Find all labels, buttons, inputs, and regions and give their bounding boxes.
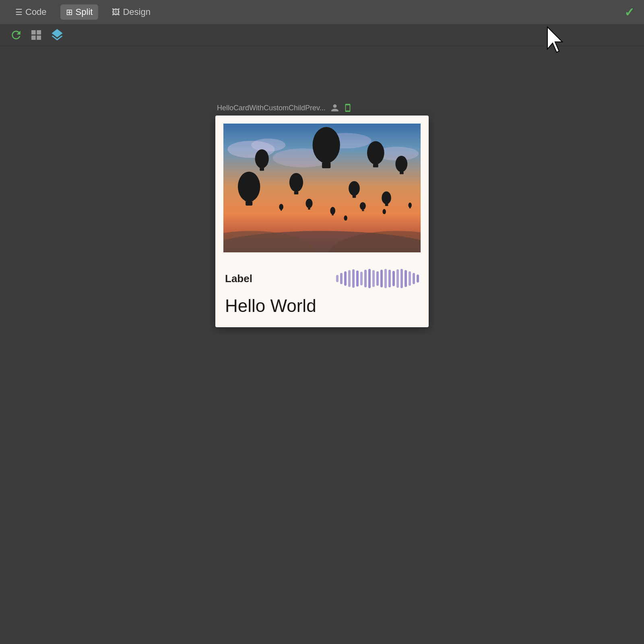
layers-button[interactable] [50, 28, 64, 42]
balloons-scene [223, 124, 421, 252]
waveform-bar [344, 271, 347, 286]
main-content: HelloCardWithCustomChildPrev... [0, 46, 644, 327]
waveform-bar [348, 270, 351, 287]
waveform-bar [340, 273, 343, 284]
waveform-visualization [336, 268, 419, 289]
card-image [223, 124, 421, 252]
split-icon: ⊞ [66, 7, 73, 17]
svg-point-3 [251, 138, 285, 151]
svg-rect-19 [373, 164, 378, 167]
svg-rect-33 [385, 204, 388, 206]
waveform-bar [405, 270, 407, 287]
waveform-bar [392, 271, 395, 286]
waveform-bar [417, 275, 419, 283]
svg-point-28 [289, 173, 303, 192]
component-icons [330, 103, 353, 113]
code-icon: ☰ [15, 7, 23, 17]
waveform-bar [384, 269, 387, 288]
waveform-bar [409, 271, 411, 286]
waveform-bar [400, 269, 403, 288]
svg-point-45 [344, 215, 347, 221]
component-label-bar: HelloCardWithCustomChildPrev... [215, 103, 353, 113]
waveform-bar [376, 271, 379, 286]
preview-card: Label Hello World [215, 116, 429, 327]
waveform-bar [352, 269, 355, 288]
layout-button[interactable] [30, 29, 43, 41]
code-label: Code [25, 7, 47, 17]
code-view-button[interactable]: ☰ Code [10, 4, 52, 20]
waveform-bar [380, 270, 383, 287]
svg-point-42 [408, 202, 412, 208]
svg-rect-25 [246, 201, 252, 206]
secondary-toolbar [0, 24, 644, 46]
svg-point-40 [279, 204, 283, 210]
design-view-button[interactable]: 🖼 Design [106, 4, 156, 20]
svg-rect-35 [308, 208, 310, 210]
svg-point-24 [238, 171, 260, 202]
person-icon[interactable] [330, 103, 340, 113]
svg-point-32 [382, 192, 391, 204]
waveform-bar [356, 270, 359, 287]
component-name-label: HelloCardWithCustomChildPrev... [217, 104, 326, 112]
waveform-bar [388, 270, 391, 287]
toolbar-right: ✓ [618, 5, 634, 19]
svg-point-36 [330, 207, 335, 215]
design-icon: 🖼 [112, 8, 120, 17]
svg-rect-23 [400, 171, 404, 174]
waveform-bar [372, 270, 375, 287]
svg-point-18 [367, 141, 384, 165]
card-title-text: Hello World [225, 296, 419, 316]
svg-rect-41 [281, 210, 282, 211]
waveform-bar [368, 269, 371, 288]
card-label-row: Label [225, 268, 419, 289]
sky-background [223, 124, 421, 252]
refresh-button[interactable] [10, 29, 23, 41]
card-label-text: Label [225, 272, 252, 285]
svg-point-34 [305, 199, 312, 208]
svg-rect-11 [322, 162, 330, 168]
svg-point-10 [313, 127, 340, 163]
svg-point-22 [395, 156, 407, 172]
waveform-bar [360, 272, 363, 285]
svg-rect-37 [332, 214, 334, 215]
svg-rect-29 [294, 192, 299, 194]
card-content: Label Hello World [215, 260, 429, 327]
svg-rect-15 [260, 168, 264, 171]
svg-rect-43 [409, 208, 411, 208]
svg-rect-39 [362, 210, 364, 211]
svg-point-38 [360, 202, 366, 210]
svg-rect-31 [353, 195, 356, 198]
svg-point-30 [349, 181, 360, 196]
waveform-bar [413, 273, 415, 284]
component-container: HelloCardWithCustomChildPrev... [215, 103, 429, 327]
split-label: Split [76, 7, 93, 17]
svg-point-14 [255, 149, 269, 168]
device-icon[interactable] [343, 103, 353, 113]
toolbar-left: ☰ Code ⊞ Split 🖼 Design [10, 4, 156, 20]
waveform-bar [364, 270, 367, 287]
svg-point-44 [382, 209, 386, 214]
design-label: Design [123, 7, 150, 17]
split-view-button[interactable]: ⊞ Split [60, 4, 99, 20]
checkmark-icon: ✓ [624, 5, 634, 19]
top-toolbar: ☰ Code ⊞ Split 🖼 Design ✓ [0, 0, 644, 24]
waveform-bar [336, 275, 339, 282]
waveform-bar [396, 269, 399, 288]
